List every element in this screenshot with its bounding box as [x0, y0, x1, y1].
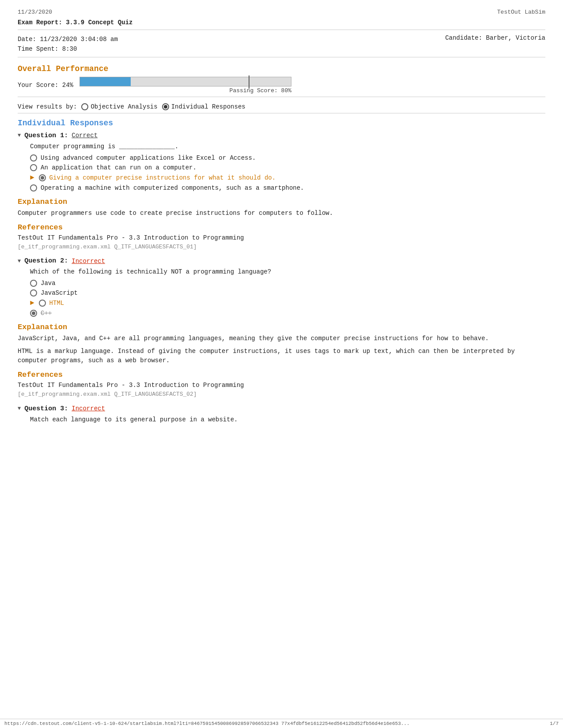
q2-option-3-text: HTML	[49, 300, 64, 307]
q2-ref-main-text: TestOut IT Fundamentals Pro - 3.3 Introd…	[18, 381, 545, 390]
exam-title: Exam Report: 3.3.9 Concept Quiz	[18, 19, 545, 26]
passing-score-label: Passing Score: 80%	[79, 87, 291, 94]
question-2-status: Incorrect	[72, 258, 105, 265]
individual-responses-heading: Individual Responses	[18, 119, 545, 128]
q1-option-2: An application that can run on a compute…	[30, 164, 545, 171]
q1-radio-3	[39, 174, 46, 181]
q2-option-2-text: JavaScript	[41, 289, 78, 296]
q1-references-main: TestOut IT Fundamentals Pro - 3.3 Introd…	[18, 233, 545, 251]
question-2-label: Question 2:	[24, 257, 68, 265]
q2-explanation-heading: Explanation	[18, 323, 545, 331]
question-3-label: Question 3:	[24, 405, 68, 413]
q2-radio-2	[30, 289, 37, 296]
app-name: TestOut LabSim	[497, 9, 545, 15]
q1-ref-code: [e_itf_programming.exam.xml Q_ITF_LANGUA…	[18, 243, 545, 251]
q2-ref-code: [e_itf_programming.exam.xml Q_ITF_LANGUA…	[18, 390, 545, 399]
question-1-status: Correct	[72, 132, 98, 139]
q2-radio-1	[30, 280, 37, 287]
meta-left: Date: 11/23/2020 3:04:08 am Time Spent: …	[18, 34, 118, 54]
q1-option-1-text: Using advanced computer applications lik…	[41, 154, 256, 161]
question-2-header: ▼ Question 2: Incorrect	[18, 257, 545, 265]
meta-row: Date: 11/23/2020 3:04:08 am Time Spent: …	[18, 34, 545, 54]
passing-marker	[249, 75, 249, 89]
question-3-header: ▼ Question 3: Incorrect	[18, 405, 545, 413]
q2-explanation-text-1: JavaScript, Java, and C++ are all progra…	[18, 334, 545, 343]
q2-arrow-3: ►	[30, 299, 34, 307]
top-bar: 11/23/2020 TestOut LabSim	[18, 9, 545, 15]
exam-time-spent: Time Spent: 8:30	[18, 44, 118, 54]
view-results-label: View results by:	[18, 103, 77, 110]
individual-responses-radio[interactable]	[162, 103, 169, 110]
q1-explanation-heading: Explanation	[18, 198, 545, 206]
question-3-status: Incorrect	[72, 405, 105, 412]
q1-radio-2	[30, 164, 37, 171]
q1-radio-1	[30, 154, 37, 161]
q2-radio-4	[30, 310, 37, 317]
divider-2	[18, 57, 545, 57]
q2-references-main: TestOut IT Fundamentals Pro - 3.3 Introd…	[18, 381, 545, 399]
divider-3	[18, 97, 545, 97]
divider-4	[18, 113, 545, 113]
q2-references-heading: References	[18, 371, 545, 379]
q2-option-1-text: Java	[41, 280, 56, 287]
divider-1	[18, 30, 545, 30]
view-results-row: View results by: Objective Analysis Indi…	[18, 103, 545, 110]
collapse-icon-q3[interactable]: ▼	[18, 405, 21, 412]
q2-option-4-text: C++	[41, 310, 52, 317]
meta-right: Candidate: Barber, Victoria	[445, 34, 545, 54]
q1-radio-4	[30, 184, 37, 191]
q1-option-3: ► Giving a computer precise instructions…	[30, 174, 545, 182]
q2-option-2: JavaScript	[30, 289, 545, 296]
score-label: Your Score: 24%	[18, 82, 73, 89]
q2-option-4: C++	[30, 310, 545, 317]
q2-explanation-text-2: HTML is a markup language. Instead of gi…	[18, 347, 545, 365]
q2-option-3: ► HTML	[30, 299, 545, 307]
q1-arrow-3: ►	[30, 174, 34, 182]
collapse-icon-q2[interactable]: ▼	[18, 258, 21, 264]
objective-analysis-option[interactable]: Objective Analysis	[81, 103, 157, 110]
exam-date: Date: 11/23/2020 3:04:08 am	[18, 34, 118, 44]
question-1-text: Computer programming is _______________.	[30, 143, 545, 150]
question-2-text: Which of the following is technically NO…	[30, 268, 545, 275]
progress-bar-container	[79, 77, 291, 86]
overall-performance-heading: Overall Performance	[18, 64, 545, 73]
score-row: Your Score: 24% Passing Score: 80%	[18, 77, 545, 94]
q1-option-2-text: An application that can run on a compute…	[41, 164, 196, 171]
question-1-header: ▼ Question 1: Correct	[18, 132, 545, 139]
q1-references-heading: References	[18, 223, 545, 232]
top-date: 11/23/2020	[18, 9, 52, 15]
collapse-icon-q1[interactable]: ▼	[18, 132, 21, 139]
q1-option-4-text: Operating a machine with computerized co…	[41, 184, 304, 191]
individual-responses-label: Individual Responses	[171, 103, 246, 110]
question-3-text: Match each language to its general purpo…	[30, 416, 545, 423]
q1-ref-main-text: TestOut IT Fundamentals Pro - 3.3 Introd…	[18, 233, 545, 243]
q1-option-3-text: Giving a computer precise instructions f…	[49, 174, 276, 181]
q1-option-1: Using advanced computer applications lik…	[30, 154, 545, 161]
q2-radio-3	[39, 300, 46, 307]
candidate-name: Candidate: Barber, Victoria	[445, 34, 545, 41]
q2-option-1: Java	[30, 280, 545, 287]
question-1-label: Question 1:	[24, 132, 68, 139]
q1-option-4: Operating a machine with computerized co…	[30, 184, 545, 191]
q1-explanation-text: Computer programmers use code to create …	[18, 209, 545, 218]
objective-analysis-label: Objective Analysis	[91, 103, 157, 110]
individual-responses-option[interactable]: Individual Responses	[162, 103, 246, 110]
objective-analysis-radio[interactable]	[81, 103, 88, 110]
progress-bar-fill	[80, 77, 131, 86]
